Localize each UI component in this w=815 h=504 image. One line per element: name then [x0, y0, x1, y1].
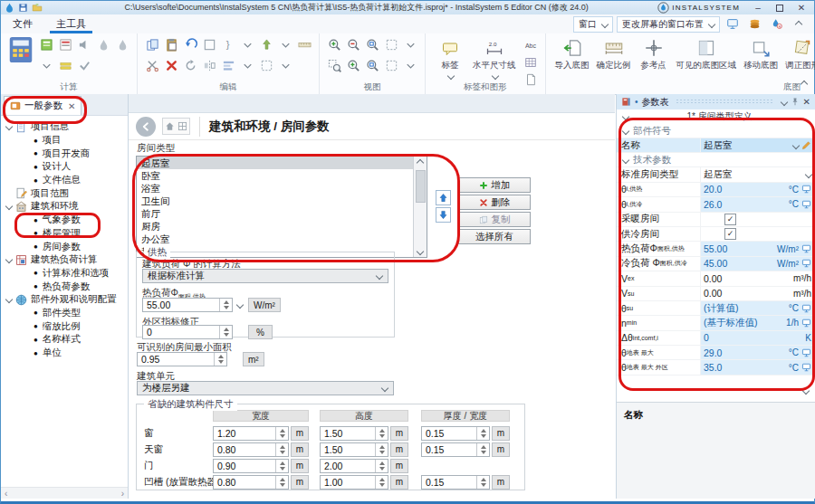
scrollbar-thumb[interactable] — [416, 170, 426, 203]
dimension-input[interactable]: 0.15 — [421, 426, 490, 441]
param-value[interactable]: 26.0 — [701, 199, 789, 210]
add-button[interactable]: 增加 — [458, 177, 531, 193]
param-row-θ[interactable]: θ地表 最大 外区35.0°C — [617, 360, 815, 375]
param-row-θ[interactable]: θsu(计算值)°C — [617, 301, 815, 316]
spinner[interactable] — [275, 460, 288, 472]
drop-reg-icon[interactable]: R — [767, 15, 785, 33]
ribbon-btn-calculator[interactable] — [7, 37, 34, 70]
param-value[interactable]: 35.0 — [701, 362, 789, 373]
ribbon-btn-移动底图[interactable]: 移动底图 — [741, 37, 781, 71]
delete-button[interactable]: 删除 — [458, 195, 531, 210]
ribbon-btn-chevron[interactable] — [402, 37, 418, 52]
panel-close-icon[interactable]: ✕ — [803, 97, 810, 107]
tree-item-单位[interactable]: ●单位 — [1, 347, 128, 360]
tree-item-建筑和环境[interactable]: 建筑和环境 — [1, 200, 128, 214]
spinner[interactable] — [275, 476, 288, 489]
ribbon-btn-zoom-region[interactable] — [326, 58, 342, 73]
checkbox[interactable]: ✓ — [724, 214, 736, 225]
ribbon-btn-drop[interactable] — [95, 37, 111, 52]
spinner[interactable] — [214, 353, 226, 366]
ribbon-btn-参考点[interactable]: 参考点 — [636, 37, 672, 71]
spinner[interactable] — [219, 326, 232, 338]
copy-button[interactable]: 复制 — [458, 212, 531, 227]
move-down-button[interactable] — [436, 207, 451, 223]
ribbon-btn-table[interactable] — [523, 54, 539, 70]
ribbon-btn-标签[interactable]: 标签 — [432, 37, 468, 79]
param-row-θ[interactable]: θi,供热20.0°C — [617, 183, 815, 197]
param-value[interactable]: 起居室 — [701, 168, 804, 181]
tab-file[interactable]: 文件 — [1, 14, 44, 33]
min-area-input[interactable]: 0.95 — [137, 352, 227, 366]
tree-item-房间参数[interactable]: ●房间参数 — [1, 240, 128, 253]
room-type-item-起居室[interactable]: 起居室 — [137, 157, 413, 169]
ribbon-btn-mirror[interactable] — [201, 58, 217, 73]
tree-expand-icon[interactable] — [4, 297, 14, 302]
pin-icon[interactable] — [791, 97, 800, 107]
dimension-input[interactable]: 0.15 — [421, 442, 490, 457]
tree-item-设计人[interactable]: ●设计人 — [1, 160, 128, 174]
calc-method-select[interactable]: 根据标准计算 — [142, 269, 388, 283]
dimension-input[interactable]: 0.15 — [421, 475, 490, 490]
ribbon-btn-delete-x[interactable] — [163, 58, 179, 73]
spinner[interactable] — [219, 299, 232, 311]
ribbon-btn-调正图形[interactable]: 调正图形 — [782, 37, 815, 71]
close-button[interactable]: ✕ — [791, 2, 812, 14]
ribbon-btn-drop[interactable] — [114, 37, 130, 52]
param-value[interactable]: 55.00 — [701, 243, 777, 254]
tree-item-气象参数[interactable]: ●气象参数 — [1, 214, 128, 227]
param-row-供冷房间[interactable]: 供冷房间✓ — [617, 227, 815, 242]
ribbon-btn-chevron[interactable] — [277, 37, 293, 52]
spinner[interactable] — [375, 427, 388, 440]
maximize-button[interactable] — [769, 2, 791, 14]
spinner[interactable] — [476, 427, 489, 440]
dimension-input[interactable]: 1.00 — [320, 475, 388, 490]
tree-item-项目开发商[interactable]: ●项目开发商 — [1, 147, 128, 160]
param-row-θ[interactable]: θi,供冷26.0°C — [617, 197, 815, 212]
save-icon[interactable] — [18, 3, 28, 13]
ribbon-btn-abc[interactable]: Abc — [523, 37, 539, 52]
spinner[interactable] — [275, 443, 288, 456]
ribbon-btn-align[interactable] — [220, 58, 236, 73]
param-row-V[interactable]: Vsu0.00m³/h — [617, 287, 815, 301]
ribbon-btn-dash-box[interactable] — [383, 58, 399, 73]
ribbon-btn-arrow-up[interactable] — [258, 37, 274, 52]
param-row-V[interactable]: Vex0.00m³/h — [617, 271, 815, 286]
room-type-item-厨房[interactable]: 厨房 — [137, 220, 413, 233]
ribbon-btn-zoom-window[interactable] — [364, 58, 380, 73]
ribbon-btn-confirm[interactable] — [76, 58, 92, 73]
heat-load-dropdown-icon[interactable] — [233, 302, 244, 308]
tab-main-tools[interactable]: 主工具 — [44, 14, 98, 33]
layout-icon[interactable] — [177, 121, 187, 131]
tree-expand-icon[interactable] — [4, 124, 14, 129]
section-technical-params[interactable]: 技术参数 — [617, 153, 815, 167]
dimension-input[interactable]: 1.50 — [320, 426, 388, 441]
tree-item-热负荷参数[interactable]: ●热负荷参数 — [1, 280, 128, 293]
spinner[interactable] — [476, 476, 489, 489]
param-value[interactable]: 45.00 — [701, 258, 777, 269]
ribbon-btn-results-yellow[interactable] — [57, 58, 73, 73]
checkbox[interactable]: ✓ — [724, 228, 736, 240]
name-dropdown-icon[interactable] — [792, 141, 800, 148]
ribbon-btn-frame[interactable] — [201, 37, 217, 52]
tree-item-计算标准和选项[interactable]: ●计算标准和选项 — [1, 267, 128, 281]
panel-menu-icon[interactable] — [780, 98, 787, 105]
scroll-up-icon[interactable] — [414, 157, 427, 168]
spinner[interactable] — [375, 460, 388, 472]
ribbon-btn-zoom-in[interactable] — [326, 37, 342, 52]
ribbon-btn-ruler[interactable] — [296, 37, 312, 52]
scroll-right-icon[interactable]: › — [121, 489, 124, 499]
building-unit-select[interactable]: 为楼层另建 — [137, 381, 394, 395]
ribbon-btn-brace[interactable]: } — [220, 37, 236, 52]
ribbon-btn-chevron[interactable] — [38, 58, 54, 73]
param-value[interactable]: 20.0 — [701, 184, 789, 195]
room-list-scrollbar[interactable] — [413, 157, 427, 257]
dimension-input[interactable]: 1.20 — [213, 426, 289, 441]
ribbon-btn-report-red[interactable] — [57, 37, 73, 52]
param-row-采暖房间[interactable]: 采暖房间✓ — [617, 213, 815, 227]
heat-load-input[interactable]: 55.00 — [142, 298, 233, 312]
room-type-item-前厅[interactable]: 前厅 — [137, 207, 413, 220]
tree-item-项目[interactable]: ●项目 — [1, 134, 128, 147]
ribbon-btn-report-green[interactable] — [38, 37, 54, 52]
param-row-n[interactable]: nmin(基于标准值)1/h — [617, 316, 815, 330]
ribbon-collapse-icon[interactable] — [800, 74, 807, 90]
